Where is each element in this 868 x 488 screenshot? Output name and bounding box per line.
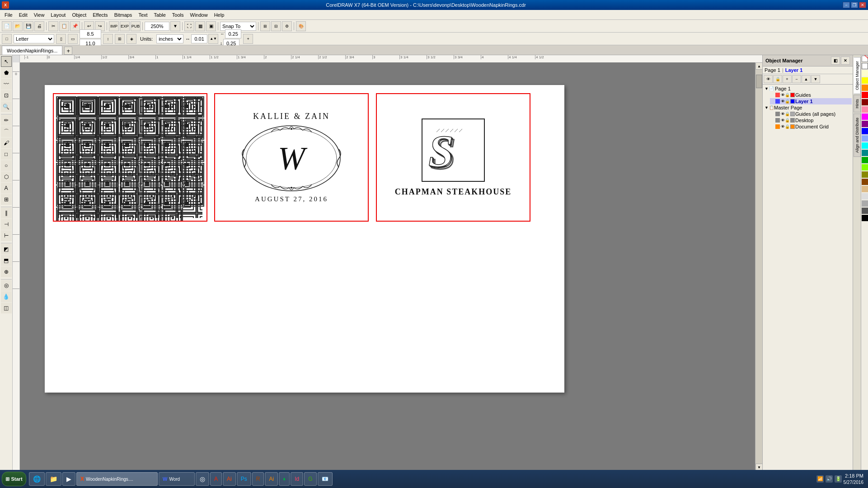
connector-tool[interactable]: ⊣ — [1, 219, 12, 230]
tab-add-button[interactable]: + — [64, 47, 72, 55]
swatch-tan[interactable] — [862, 186, 868, 192]
design-card-pattern[interactable] — [53, 93, 207, 222]
taskbar-explorer[interactable]: 📁 — [46, 472, 61, 486]
close-button[interactable]: ✕ — [859, 2, 866, 8]
tray-battery[interactable]: 🔋 — [835, 475, 842, 483]
fullscreen-button[interactable]: ⛶ — [184, 21, 194, 31]
ellipse-tool[interactable]: ○ — [1, 160, 12, 171]
paste-button[interactable]: 📌 — [70, 21, 80, 31]
tree-doc-grid[interactable]: 👁 🔒 Document Grid — [770, 123, 852, 130]
tree-layer1[interactable]: 👁 🔒 Layer 1 — [770, 98, 852, 104]
print-button[interactable]: 🖨 — [34, 21, 44, 31]
clock-display[interactable]: 2:18 PM 5/27/2016 — [844, 473, 864, 485]
om-show-all[interactable]: 👁 — [764, 75, 773, 83]
swatch-yellow[interactable] — [862, 77, 868, 84]
vertical-scrollbar[interactable]: ▲ ▼ — [755, 62, 762, 471]
swatch-purple[interactable] — [862, 121, 868, 127]
taskbar-ie[interactable]: 🌐 — [29, 472, 45, 486]
bezier-tool[interactable]: ⌒ — [1, 126, 12, 137]
swatch-pink[interactable] — [862, 106, 868, 113]
om-new-layer[interactable]: + — [783, 75, 792, 83]
swatch-olive[interactable] — [862, 171, 868, 178]
eyedropper-tool[interactable]: 💧 — [1, 291, 12, 302]
tray-network[interactable]: 📶 — [816, 475, 824, 483]
options-button[interactable]: ⚙ — [282, 21, 292, 31]
import-button[interactable]: IMP — [109, 21, 119, 31]
menu-text[interactable]: Text — [136, 11, 150, 19]
new-button[interactable]: 📄 — [2, 21, 12, 31]
paper-size-select[interactable]: Letter — [14, 34, 54, 43]
cut-button[interactable]: ✂ — [48, 21, 58, 31]
om-delete-layer[interactable]: − — [792, 75, 801, 83]
open-button[interactable]: 📂 — [13, 21, 23, 31]
menu-view[interactable]: View — [31, 11, 47, 19]
swatch-lightgray[interactable] — [862, 193, 868, 199]
freehand-tool[interactable]: ✏ — [1, 115, 12, 126]
zoom-dropdown[interactable]: ▼ — [170, 21, 180, 31]
menu-tools[interactable]: Tools — [169, 11, 187, 19]
units-toggle[interactable]: ↕ — [103, 34, 113, 44]
swatch-darkred[interactable] — [862, 99, 868, 105]
tree-guides[interactable]: 👁 🔒 Guides — [770, 92, 852, 98]
units-toggle2[interactable]: ⊞ — [115, 34, 125, 44]
nudge-input[interactable] — [191, 34, 207, 43]
taskbar-acrobat[interactable]: A — [210, 472, 222, 486]
view-toggle[interactable]: ▦ — [195, 21, 205, 31]
menu-bitmaps[interactable]: Bitmaps — [112, 11, 135, 19]
selector-square[interactable]: □ — [2, 34, 12, 44]
taskbar-illustrator[interactable]: Ai — [265, 472, 278, 486]
swatch-darkgray[interactable] — [862, 208, 868, 214]
start-button[interactable]: ⊞ Start — [2, 472, 26, 486]
menu-file[interactable]: File — [2, 11, 15, 19]
menu-window[interactable]: Window — [188, 11, 211, 19]
panel-close-button[interactable]: ✕ — [841, 57, 850, 65]
nudge-arrows[interactable]: ▲▼ — [208, 34, 218, 44]
tab-object-manager[interactable]: Object Manager — [854, 57, 861, 94]
shape-tool[interactable]: ⬟ — [1, 67, 12, 78]
measure-tool[interactable]: ⊢ — [1, 230, 12, 241]
table-tool[interactable]: ⊞ — [1, 194, 12, 205]
taskbar-coreldraw[interactable]: X WoodenNapkinRings.... — [76, 472, 158, 486]
swatch-orange[interactable] — [862, 85, 868, 91]
none-color[interactable] — [862, 56, 868, 62]
swatch-brown[interactable] — [862, 179, 868, 185]
swatch-green[interactable] — [862, 157, 868, 163]
swatch-teal[interactable] — [862, 150, 868, 156]
restore-button[interactable]: ❐ — [851, 2, 858, 8]
menu-object[interactable]: Object — [69, 11, 89, 19]
select-tool[interactable]: ↖ — [1, 56, 12, 67]
taskbar-email[interactable]: 📧 — [318, 472, 333, 486]
color-mgmt[interactable]: 🎨 — [296, 21, 306, 31]
swatch-lightblue[interactable] — [862, 135, 868, 142]
copy-button[interactable]: 📋 — [59, 21, 69, 31]
design-card-wedding[interactable]: KALLIE & ZAIN — [214, 93, 369, 222]
menu-help[interactable]: Help — [211, 11, 227, 19]
text-tool[interactable]: A — [1, 183, 12, 194]
swatch-magenta[interactable] — [862, 114, 868, 120]
smart-fill-tool[interactable]: ⬒ — [1, 255, 12, 266]
taskbar-app3[interactable]: ♦ — [279, 472, 290, 486]
tree-master[interactable]: ▼ 📋 Master Page — [764, 104, 852, 111]
taskbar-app4[interactable]: G — [304, 472, 316, 486]
blend-tool[interactable]: ⊕ — [1, 266, 12, 277]
snap-toggle[interactable]: ⊞ — [260, 21, 270, 31]
taskbar-photoshop[interactable]: Ps — [237, 472, 251, 486]
polygon-tool[interactable]: ⬡ — [1, 171, 12, 182]
tree-page1[interactable]: ▼ 📄 Page 1 — [764, 85, 852, 92]
menu-edit[interactable]: Edit — [16, 11, 30, 19]
taskbar-app1[interactable]: Ai — [223, 472, 236, 486]
add-page-button[interactable]: + — [243, 34, 253, 44]
smear-tool[interactable]: 〰 — [1, 79, 12, 90]
tree-desktop[interactable]: 👁 🔒 Desktop — [770, 117, 852, 123]
crop-tool[interactable]: ⊡ — [1, 90, 12, 101]
zoom-tool[interactable]: 🔍 — [1, 101, 12, 112]
x-input[interactable] — [225, 29, 241, 38]
units-toggle3[interactable]: ◈ — [127, 34, 136, 44]
portrait-button[interactable]: ▯ — [56, 34, 66, 44]
publish-button[interactable]: PUB — [131, 21, 141, 31]
view-toggle2[interactable]: ▣ — [206, 21, 216, 31]
scroll-thumb[interactable] — [756, 75, 762, 88]
menu-effects[interactable]: Effects — [90, 11, 110, 19]
swatch-red[interactable] — [862, 92, 868, 98]
scroll-up-button[interactable]: ▲ — [755, 62, 762, 70]
